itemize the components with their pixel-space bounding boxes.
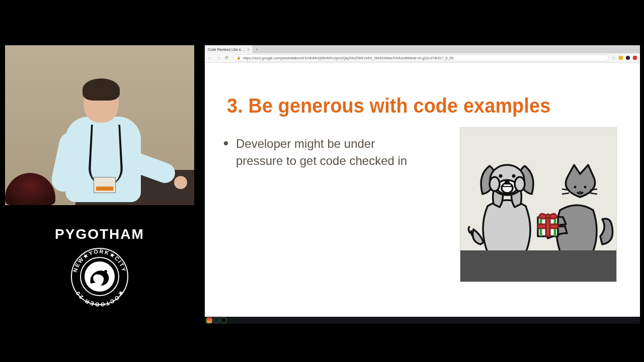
svg-point-13	[499, 174, 503, 178]
svg-point-12	[505, 180, 510, 184]
taskbar-app-icon[interactable]	[207, 318, 212, 323]
svg-point-5	[104, 270, 107, 273]
tab-title: Code Reviews Like a …	[208, 48, 246, 51]
illustration-floor	[460, 250, 616, 282]
slide: 3. Be generous with code examples Develo…	[205, 63, 640, 317]
extension-icon[interactable]	[619, 56, 623, 60]
url-text: https://docs.google.com/presentation/d/1…	[243, 56, 453, 60]
speaker-badge	[94, 177, 116, 193]
svg-point-4	[85, 261, 115, 292]
toolbar-extension-icons: ☆	[612, 56, 637, 60]
taskbar-app-icon[interactable]	[221, 318, 226, 323]
speaker-video-inset	[5, 45, 194, 205]
os-taskbar	[205, 317, 640, 324]
svg-rect-27	[546, 217, 550, 236]
tab-strip: Code Reviews Like a … × +	[205, 45, 640, 53]
nav-forward-icon[interactable]: →	[216, 55, 222, 60]
svg-point-19	[574, 186, 577, 189]
speaker-hair	[83, 78, 120, 101]
svg-point-15	[490, 177, 500, 191]
address-bar: ← → ⟳ 🔒 https://docs.google.com/presenta…	[205, 53, 640, 63]
extension-icon[interactable]	[626, 56, 630, 60]
svg-point-20	[584, 186, 587, 189]
url-input[interactable]: 🔒 https://docs.google.com/presentation/d…	[233, 54, 609, 61]
close-tab-icon[interactable]: ×	[248, 48, 250, 51]
speaker	[55, 81, 156, 202]
svg-point-16	[515, 177, 525, 191]
svg-point-14	[512, 174, 516, 178]
new-tab-button[interactable]: +	[253, 45, 261, 53]
svg-rect-11	[503, 184, 511, 187]
lanyard	[88, 125, 123, 186]
nav-back-icon[interactable]: ←	[208, 55, 213, 60]
slide-illustration	[460, 127, 617, 282]
taskbar-app-icon[interactable]	[214, 318, 219, 323]
svg-point-28	[546, 214, 550, 218]
conference-badge: PYGOTHAM NEW★YORK★CITY ★OCTOBER 20	[24, 226, 175, 307]
reload-icon[interactable]: ⟳	[225, 55, 230, 60]
conference-seal-icon: NEW★YORK★CITY ★OCTOBER 20	[69, 246, 130, 307]
slide-bullet-1: Developer might be under pressure to get…	[236, 135, 422, 169]
slide-heading: 3. Be generous with code examples	[227, 94, 550, 118]
browser-window: Code Reviews Like a … × + ← → ⟳ 🔒 https:…	[205, 45, 640, 323]
conference-name: PYGOTHAM	[24, 226, 175, 242]
browser-tab[interactable]: Code Reviews Like a … ×	[205, 45, 253, 53]
extension-icon[interactable]	[633, 56, 637, 60]
speaker-hand	[174, 176, 187, 189]
svg-text:★OCTOBER 20: ★OCTOBER 20	[74, 290, 125, 307]
seal-bottom-text: ★OCTOBER 20	[74, 290, 125, 307]
lock-icon: 🔒	[236, 56, 241, 60]
bookmark-star-icon[interactable]: ☆	[612, 56, 616, 60]
